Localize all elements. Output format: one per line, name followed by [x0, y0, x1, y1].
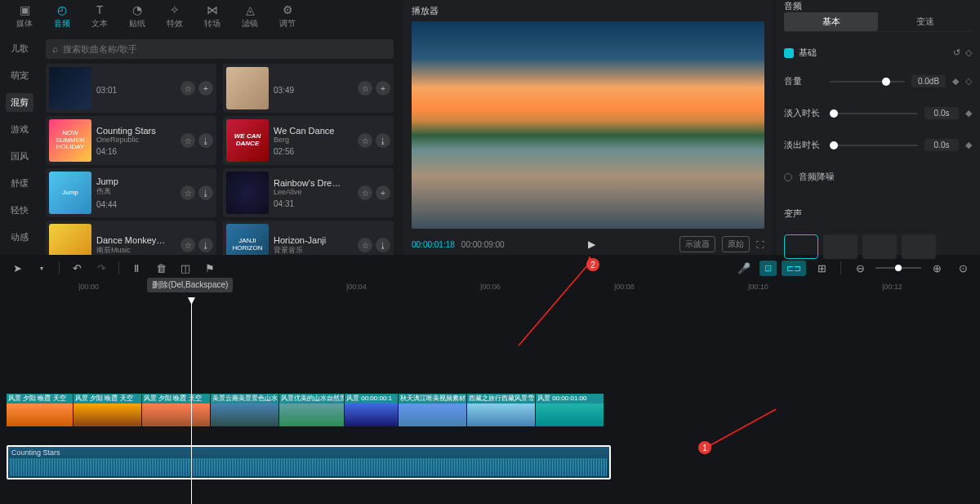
denoise-label: 音频降噪: [799, 171, 835, 183]
preview-toggle[interactable]: ⊞: [811, 257, 832, 279]
clip-label: 美景云南美景景色山水: [211, 394, 278, 404]
video-track[interactable]: 风景 夕阳 晚霞 天空 风景 夕阳 晚霞 天空 风景 夕阳 晚霞 天空 美景云南…: [7, 394, 604, 426]
preview-viewport[interactable]: [412, 21, 764, 229]
select-tool[interactable]: ➤: [7, 257, 28, 279]
sidebar-item-7[interactable]: 动感: [6, 228, 33, 247]
playhead[interactable]: [191, 297, 192, 504]
music-thumbnail: JANJI HORIZON: [226, 224, 269, 255]
music-card[interactable]: 03:49 ☆ +: [223, 64, 394, 113]
link-toggle[interactable]: ⊏⊐: [782, 261, 806, 276]
add-download-icon[interactable]: +: [376, 185, 390, 200]
favorite-icon[interactable]: ☆: [180, 81, 195, 96]
tab-text[interactable]: T文本: [82, 1, 118, 32]
magnet-toggle[interactable]: ⊡: [760, 261, 777, 276]
sidebar-item-0[interactable]: 儿歌: [6, 39, 33, 58]
tab-transition[interactable]: ⋈转场: [194, 1, 230, 32]
sidebar-item-3[interactable]: 游戏: [6, 120, 33, 139]
tab-adjust[interactable]: ⚙调节: [270, 1, 305, 32]
video-clip[interactable]: 西藏之旅行西藏风景雪: [467, 394, 536, 426]
prop-tab-speed[interactable]: 变速: [878, 12, 972, 31]
search-bar[interactable]: ⌕: [46, 39, 394, 59]
tab-audio[interactable]: ◴音频: [44, 1, 80, 32]
sidebar-item-6[interactable]: 轻快: [6, 201, 33, 220]
favorite-icon[interactable]: ☆: [358, 133, 372, 148]
fadein-stepper[interactable]: ◆: [965, 108, 972, 118]
basic-toggle[interactable]: [784, 48, 794, 58]
favorite-icon[interactable]: ☆: [358, 238, 372, 252]
music-card[interactable]: NOW SUMMER HOLIDAY Counting Stars OneRep…: [46, 116, 216, 165]
music-card[interactable]: 03:01 ☆ +: [46, 64, 216, 113]
select-dropdown[interactable]: ▾: [31, 257, 52, 279]
video-clip[interactable]: 风景 00:00:01:00: [536, 394, 604, 426]
zoom-out-button[interactable]: ⊖: [849, 257, 871, 279]
favorite-icon[interactable]: ☆: [180, 238, 195, 252]
reset-icon[interactable]: ↺: [953, 47, 960, 58]
video-clip[interactable]: 风景优美的山水自然景: [279, 394, 345, 426]
fadeout-slider[interactable]: [830, 145, 918, 146]
delete-tool[interactable]: 🗑: [150, 257, 172, 279]
play-button[interactable]: ▶: [588, 239, 595, 250]
video-clip[interactable]: 风景 00:00:00:1: [345, 394, 399, 426]
favorite-icon[interactable]: ☆: [180, 185, 195, 200]
tab-effect[interactable]: ✧特效: [157, 1, 193, 32]
tab-filter[interactable]: ◬滤镜: [232, 1, 268, 32]
redo-button[interactable]: ↷: [91, 257, 112, 279]
add-download-icon[interactable]: ⭳: [198, 133, 213, 148]
video-clip[interactable]: 风景 夕阳 晚霞 天空: [74, 394, 142, 426]
video-clip[interactable]: 风景 夕阳 晚霞 天空: [142, 394, 211, 426]
fadein-slider[interactable]: [830, 113, 918, 114]
clip-label: 风景 00:00:01:00: [536, 394, 604, 404]
favorite-icon[interactable]: ☆: [358, 185, 372, 200]
audio-clip[interactable]: Counting Stars: [7, 445, 611, 479]
keyframe-icon[interactable]: ◇: [965, 47, 972, 58]
video-clip[interactable]: 美景云南美景景色山水: [211, 394, 279, 426]
clip-label: 风景优美的山水自然景: [279, 394, 344, 404]
video-clip[interactable]: 风景 夕阳 晚霞 天空: [7, 394, 74, 426]
crop-tool[interactable]: ◫: [175, 257, 196, 279]
scope-button[interactable]: 示波器: [679, 236, 715, 252]
sidebar-item-4[interactable]: 国风: [6, 147, 33, 166]
volume-slider[interactable]: [830, 81, 905, 83]
sidebar-item-2[interactable]: 混剪: [6, 93, 33, 112]
music-card[interactable]: Jump Jump 伤离 04:44 ☆ ⭳: [46, 168, 216, 217]
zoom-fit-button[interactable]: ⊙: [952, 257, 973, 279]
flag-tool[interactable]: ⚑: [199, 257, 220, 279]
fadeout-stepper[interactable]: ◆: [965, 140, 972, 150]
add-download-icon[interactable]: ⭳: [376, 238, 390, 252]
zoom-in-button[interactable]: ⊕: [926, 257, 947, 279]
music-card[interactable]: JANJI HORIZON Horizon-Janji 背景音乐 ☆ ⭳: [223, 221, 394, 255]
search-input[interactable]: [63, 44, 387, 54]
split-tool[interactable]: Ⅱ: [126, 257, 147, 279]
prop-tab-basic[interactable]: 基本: [784, 12, 878, 31]
video-clip[interactable]: 秋天漓江唯美视频素材: [399, 394, 467, 426]
volume-value[interactable]: 0.0dB: [911, 75, 946, 87]
favorite-icon[interactable]: ☆: [358, 81, 372, 96]
zoom-slider[interactable]: [875, 267, 921, 269]
volume-stepper[interactable]: ◆: [952, 76, 959, 87]
undo-button[interactable]: ↶: [66, 257, 87, 279]
denoise-toggle[interactable]: [784, 173, 792, 181]
fadeout-value[interactable]: 0.0s: [924, 139, 959, 151]
mic-icon[interactable]: 🎤: [733, 257, 755, 279]
tab-sticker[interactable]: ◔贴纸: [119, 1, 155, 32]
music-card[interactable]: Rainbow's Dre… LeeAlive 04:31 ☆ +: [223, 168, 394, 217]
tab-media[interactable]: ▣媒体: [7, 1, 42, 32]
sidebar-item-5[interactable]: 舒缓: [6, 174, 33, 193]
add-download-icon[interactable]: ⭳: [198, 185, 213, 200]
favorite-icon[interactable]: ☆: [180, 133, 195, 148]
fadeout-label: 淡出时长: [784, 139, 823, 151]
music-title: Counting Stars: [96, 126, 176, 136]
fadein-value[interactable]: 0.0s: [924, 107, 959, 119]
timeline-body[interactable]: ▢ 🔇 封面 ♪ 风景 夕阳 晚霞 天空 风景 夕阳 晚霞 天空 风景 夕阳 晚…: [0, 297, 980, 504]
original-button[interactable]: 原始: [722, 236, 750, 252]
sidebar-item-1[interactable]: 萌宠: [6, 66, 33, 85]
fullscreen-icon[interactable]: ⛶: [756, 240, 764, 249]
add-download-icon[interactable]: ⭳: [376, 133, 390, 148]
add-download-icon[interactable]: +: [198, 81, 213, 96]
volume-keyframe-icon[interactable]: ◇: [965, 76, 972, 87]
music-card[interactable]: WE CAN DANCE We Can Dance Berg 02:56 ☆ ⭳: [223, 116, 394, 165]
preview-header: 播放器: [403, 0, 773, 21]
music-card[interactable]: Dance Monkey… 南辰Music ☆ ⭳: [46, 221, 216, 255]
add-download-icon[interactable]: ⭳: [198, 238, 213, 252]
add-download-icon[interactable]: +: [376, 81, 390, 96]
